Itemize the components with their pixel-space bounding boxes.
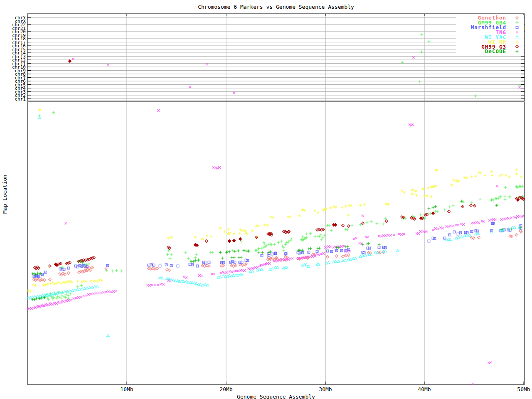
marker [428, 207, 431, 210]
marker [335, 249, 338, 252]
marker [504, 198, 507, 201]
marker [101, 279, 103, 282]
marker [75, 297, 77, 299]
marker [165, 264, 167, 266]
marker [251, 229, 254, 232]
marker [470, 204, 473, 207]
marker [38, 108, 41, 111]
marker [501, 173, 503, 176]
marker [42, 304, 44, 307]
marker [200, 275, 203, 277]
marker [169, 257, 172, 260]
marker [320, 253, 322, 255]
marker [159, 265, 161, 267]
marker [495, 204, 498, 207]
marker [98, 278, 101, 281]
marker [515, 217, 517, 219]
marker [235, 270, 237, 272]
marker [419, 230, 422, 233]
marker [337, 260, 340, 263]
legend-symbol-plus [506, 20, 523, 25]
x-tick-label-40Mb: 40Mb [411, 386, 438, 392]
marker [291, 257, 293, 260]
marker [183, 276, 185, 278]
marker [146, 284, 149, 286]
marker [264, 223, 266, 226]
marker [245, 250, 248, 253]
marker [222, 271, 224, 273]
marker [473, 222, 475, 224]
marker [459, 232, 462, 234]
legend-symbol-plus [506, 49, 523, 54]
marker [219, 276, 222, 278]
marker [518, 215, 521, 217]
marker [69, 293, 72, 296]
x-axis-label: Genome Sequence Assembly [27, 394, 525, 399]
marker [247, 267, 249, 270]
marker [347, 225, 350, 228]
marker [359, 204, 362, 207]
marker [166, 253, 169, 256]
marker [457, 236, 460, 239]
marker [473, 204, 476, 207]
marker [185, 251, 187, 254]
marker [447, 226, 450, 228]
marker [177, 265, 179, 267]
marker [341, 206, 343, 209]
marker [344, 259, 347, 261]
marker [382, 234, 385, 237]
marker [496, 204, 499, 207]
marker [327, 261, 330, 264]
marker [340, 249, 343, 252]
marker [403, 191, 406, 194]
marker [301, 251, 304, 254]
marker [198, 274, 201, 277]
marker [435, 168, 438, 171]
marker [110, 291, 112, 293]
marker [151, 284, 153, 286]
marker [330, 229, 333, 232]
x-tick-label-30Mb: 30Mb [312, 386, 339, 392]
marker [335, 255, 338, 258]
marker [220, 272, 222, 274]
marker [347, 248, 350, 251]
marker [205, 240, 208, 243]
marker [157, 109, 160, 112]
marker [170, 254, 173, 256]
marker [204, 283, 207, 286]
marker [97, 292, 100, 294]
x-tick-label-20Mb: 20Mb [213, 386, 239, 392]
marker [520, 175, 522, 178]
marker [488, 219, 491, 222]
marker [522, 215, 524, 217]
axes-frame [27, 14, 525, 384]
marker [30, 307, 33, 310]
marker [451, 183, 453, 186]
marker [195, 253, 198, 256]
marker [308, 248, 310, 251]
marker [426, 194, 429, 197]
marker [349, 258, 352, 261]
marker [468, 234, 471, 236]
marker [460, 223, 463, 225]
marker [67, 272, 70, 275]
marker [516, 215, 519, 218]
marker [470, 230, 473, 233]
marker [347, 214, 350, 217]
marker [327, 245, 330, 248]
marker [494, 219, 497, 221]
marker [241, 269, 244, 271]
marker [232, 239, 235, 242]
marker [227, 228, 230, 231]
marker [91, 266, 94, 269]
marker [237, 250, 240, 253]
marker [401, 189, 403, 192]
marker [261, 268, 264, 271]
marker [366, 221, 369, 224]
marker [421, 33, 424, 36]
marker [82, 295, 85, 297]
marker [214, 167, 217, 169]
marker [44, 271, 47, 273]
marker [370, 220, 373, 223]
marker [194, 236, 197, 239]
